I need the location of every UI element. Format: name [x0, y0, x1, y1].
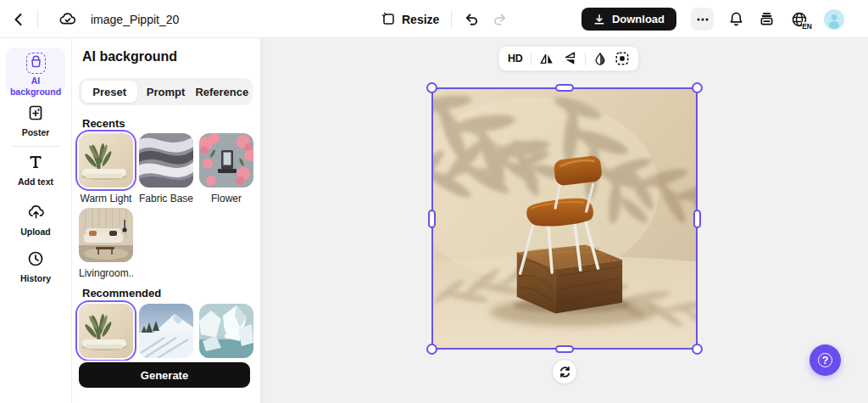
sidebar-item-label: Add text: [0, 176, 71, 188]
recents-row-1: Warm Light Fabric Base Flower: [79, 133, 253, 204]
divider: [451, 10, 452, 29]
mode-tabs: Preset Prompt Reference: [79, 78, 253, 105]
divider: [585, 53, 586, 65]
sidebar-item-upload[interactable]: Upload: [0, 203, 71, 238]
divider: [11, 146, 60, 147]
undo-button[interactable]: [464, 11, 480, 27]
language-button[interactable]: EN: [789, 9, 810, 30]
app-window: image_Pippit_20 Resize Download: [0, 0, 868, 403]
redo-button[interactable]: [492, 11, 508, 27]
language-label: EN: [802, 22, 812, 31]
question-mark-icon: ?: [818, 353, 832, 367]
expand-selection-icon: [615, 51, 630, 66]
regenerate-button[interactable]: [552, 359, 577, 384]
color-drop-icon: [593, 52, 607, 65]
resize-handle-bottom[interactable]: [555, 345, 574, 353]
panel-footer: Generate: [72, 361, 260, 403]
resize-handle-top[interactable]: [555, 84, 574, 92]
ellipsis-icon: [696, 13, 709, 26]
resize-handle-top-right[interactable]: [692, 82, 703, 93]
preset-snow-mountain[interactable]: [139, 304, 193, 358]
back-button[interactable]: [0, 0, 37, 38]
expand-selection-button[interactable]: [615, 51, 630, 66]
preset-thumbnail[interactable]: [79, 304, 133, 358]
preset-thumbnail[interactable]: [79, 208, 133, 262]
recents-title: Recents: [82, 117, 125, 130]
resize-label: Resize: [402, 13, 439, 26]
flip-vertical-button[interactable]: [562, 51, 577, 66]
sidebar-item-label: AI background: [6, 76, 65, 98]
resize-button[interactable]: Resize: [381, 12, 439, 26]
help-button[interactable]: ?: [810, 344, 841, 376]
image-selection[interactable]: [431, 87, 698, 350]
preset-thumbnail[interactable]: [199, 304, 253, 358]
text-icon: [27, 154, 44, 171]
preset-flower[interactable]: Flower: [199, 133, 253, 204]
print-button[interactable]: [759, 11, 775, 27]
generate-button[interactable]: Generate: [79, 362, 250, 388]
tab-preset[interactable]: Preset: [81, 81, 137, 103]
printer-icon: [759, 11, 775, 27]
preset-warm-light-recommended[interactable]: [79, 304, 133, 358]
upload-cloud-icon: [27, 203, 45, 221]
recommended-title: Recommended: [82, 287, 161, 299]
selected-image[interactable]: [433, 89, 696, 348]
download-button[interactable]: Download: [581, 8, 676, 31]
resize-handle-left[interactable]: [428, 210, 436, 228]
preset-thumbnail[interactable]: [79, 133, 133, 188]
preset-label: Flower: [199, 193, 253, 204]
resize-handle-bottom-right[interactable]: [692, 344, 703, 355]
project-title: image_Pippit_20: [91, 13, 179, 26]
undo-icon: [464, 11, 480, 27]
sidebar-item-ai-background[interactable]: AI background: [6, 48, 65, 95]
user-icon: [824, 9, 844, 30]
regenerate-icon: [559, 366, 571, 378]
sidebar-item-label: Upload: [0, 227, 71, 238]
flip-horizontal-button[interactable]: [539, 51, 554, 66]
redo-icon: [492, 11, 508, 27]
preset-label: Warm Light: [79, 193, 133, 204]
flip-vertical-icon: [562, 51, 577, 66]
flip-horizontal-icon: [539, 51, 554, 66]
avatar[interactable]: [824, 9, 844, 30]
download-icon: [593, 14, 605, 25]
notifications-button[interactable]: [728, 11, 744, 27]
tool-rail: AI background Poster Add text Upload: [0, 38, 72, 403]
preset-thumbnail[interactable]: [199, 133, 253, 188]
tab-prompt[interactable]: Prompt: [137, 81, 193, 103]
recommended-row: [79, 304, 253, 358]
ai-background-panel: AI background Preset Prompt Reference Re…: [72, 38, 260, 403]
sidebar-item-poster[interactable]: Poster: [0, 104, 71, 138]
chevron-left-icon: [11, 12, 26, 27]
history-clock-icon: [27, 250, 44, 267]
sidebar-item-history[interactable]: History: [0, 250, 71, 284]
preset-label: Fabric Base: [139, 193, 193, 204]
top-bar: image_Pippit_20 Resize Download: [0, 0, 868, 38]
recents-row-2: Livingroom...: [79, 208, 133, 279]
preset-livingroom[interactable]: Livingroom...: [79, 208, 133, 279]
panel-title: AI background: [82, 49, 177, 64]
preset-thumbnail[interactable]: [139, 304, 193, 358]
resize-icon: [381, 12, 396, 26]
preset-iceberg[interactable]: [199, 304, 253, 358]
poster-icon: [27, 104, 44, 121]
canvas-area[interactable]: HD: [260, 38, 868, 403]
preset-fabric-base[interactable]: Fabric Base: [139, 133, 193, 204]
bell-icon: [728, 11, 744, 27]
tab-reference[interactable]: Reference: [194, 81, 250, 103]
resize-handle-bottom-left[interactable]: [426, 344, 437, 355]
more-options-button[interactable]: [691, 8, 714, 31]
resize-handle-top-left[interactable]: [426, 82, 437, 93]
preset-thumbnail[interactable]: [139, 133, 193, 188]
sidebar-item-label: Poster: [0, 127, 71, 138]
cloud-check-icon: [58, 10, 77, 29]
resize-handle-right[interactable]: [693, 210, 701, 228]
cloud-save-status[interactable]: [58, 10, 77, 29]
download-label: Download: [612, 13, 665, 25]
hd-button[interactable]: HD: [508, 53, 523, 64]
preset-warm-light[interactable]: Warm Light: [79, 133, 133, 204]
color-adjust-button[interactable]: [593, 52, 607, 65]
sidebar-item-add-text[interactable]: Add text: [0, 154, 71, 188]
sidebar-item-label: History: [0, 273, 71, 284]
divider: [531, 53, 531, 65]
